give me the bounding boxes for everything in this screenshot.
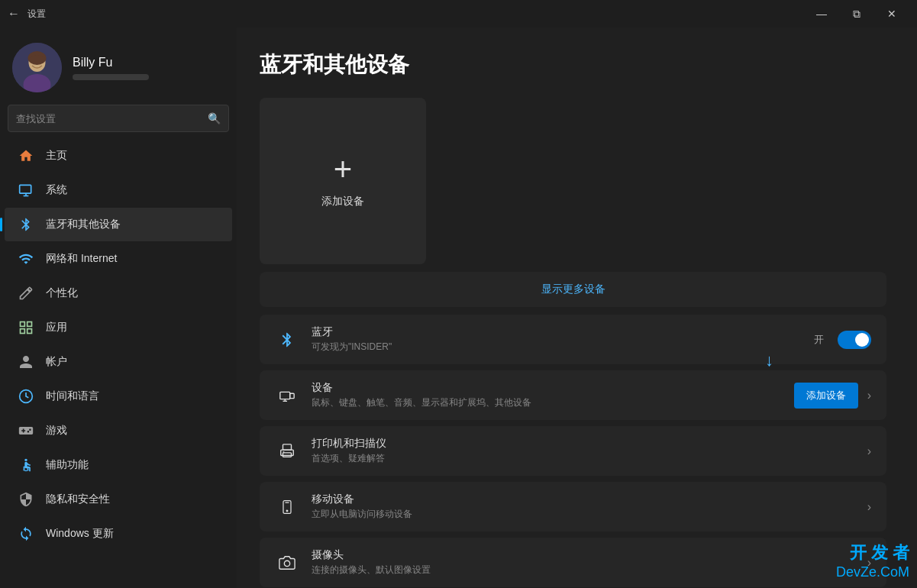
titlebar-title: 设置 (27, 8, 46, 21)
arrow-down-indicator: ↓ (765, 351, 773, 370)
show-more-text: 显示更多设备 (541, 283, 605, 296)
add-device-label: 添加设备 (321, 195, 364, 208)
svg-rect-6 (20, 185, 31, 193)
update-nav-label: Windows 更新 (46, 527, 114, 541)
personalization-nav-icon (17, 284, 35, 302)
sidebar-item-apps[interactable]: 应用 (5, 311, 232, 344)
devices-subtitle: 鼠标、键盘、触笔、音频、显示器和扩展坞、其他设备 (312, 396, 782, 409)
gaming-nav-label: 游戏 (46, 424, 67, 438)
apps-nav-label: 应用 (46, 321, 67, 334)
show-more-row[interactable]: 显示更多设备 (260, 272, 886, 307)
camera-icon (275, 551, 299, 575)
mobile-icon (275, 495, 299, 519)
add-plus-icon: + (334, 153, 353, 186)
printer-icon (275, 439, 299, 464)
add-device-card[interactable]: + 添加设备 (260, 98, 426, 264)
devices-title: 设备 (312, 381, 782, 395)
user-name: Billy Fu (73, 56, 149, 69)
svg-rect-19 (283, 444, 292, 449)
devices-row[interactable]: ↓ 设备 鼠标、键盘、触笔、音频、显示器和扩展坞、其他设备 添加设备 › (260, 370, 886, 420)
mobile-right: › (867, 500, 871, 514)
avatar (12, 43, 62, 92)
printer-chevron: › (867, 444, 871, 458)
printer-text: 打印机和扫描仪 首选项、疑难解答 (312, 437, 855, 465)
home-nav-label: 主页 (46, 149, 67, 163)
page-title: 蓝牙和其他设备 (260, 50, 886, 79)
devices-right: 添加设备 › (794, 383, 871, 409)
sidebar-item-update[interactable]: Windows 更新 (5, 517, 232, 551)
system-nav-label: 系统 (46, 183, 67, 197)
sidebar-item-home[interactable]: 主页 (5, 139, 232, 173)
back-button[interactable]: ← (8, 7, 20, 21)
mobile-title: 移动设备 (312, 493, 855, 506)
sidebar-item-privacy[interactable]: 隐私和安全性 (5, 483, 232, 516)
network-nav-label: 网络和 Internet (46, 252, 117, 266)
sidebar: Billy Fu 🔍 主页系统蓝牙和其他设备网络和 Internet个性化应用帐… (0, 27, 237, 588)
devices-icon (275, 383, 299, 408)
mobile-text: 移动设备 立即从电脑访问移动设备 (312, 493, 855, 521)
privacy-nav-icon (17, 490, 35, 509)
sidebar-item-accounts[interactable]: 帐户 (5, 345, 232, 379)
mobile-subtitle: 立即从电脑访问移动设备 (312, 508, 855, 521)
personalization-nav-label: 个性化 (46, 286, 78, 300)
bluetooth-subtitle: 可发现为"INSIDER" (312, 341, 802, 354)
sidebar-item-bluetooth[interactable]: 蓝牙和其他设备 (5, 208, 232, 241)
accessibility-nav-label: 辅助功能 (46, 458, 89, 472)
time-nav-label: 时间和语言 (46, 389, 99, 403)
sidebar-item-system[interactable]: 系统 (5, 173, 232, 207)
content-area: 蓝牙和其他设备 + 添加设备 显示更多设备 蓝牙 可发现为"INSIDER" 开 (237, 27, 917, 588)
toggle-label: 开 (814, 333, 824, 347)
bluetooth-icon (275, 328, 299, 352)
close-button[interactable]: ✕ (874, 0, 909, 27)
titlebar-left: ← 设置 (8, 7, 46, 21)
printer-row[interactable]: 打印机和扫描仪 首选项、疑难解答 › (260, 426, 886, 476)
home-nav-icon (17, 147, 35, 165)
privacy-nav-label: 隐私和安全性 (46, 493, 110, 506)
mobile-chevron: › (867, 500, 871, 514)
search-icon: 🔍 (208, 112, 221, 124)
gaming-nav-icon (17, 422, 35, 440)
maximize-button[interactable]: ⧉ (839, 0, 874, 27)
search-box[interactable]: 🔍 (8, 105, 229, 132)
bluetooth-nav-icon (17, 215, 35, 234)
main-layout: Billy Fu 🔍 主页系统蓝牙和其他设备网络和 Internet个性化应用帐… (0, 27, 917, 588)
sidebar-item-time[interactable]: 时间和语言 (5, 380, 232, 413)
titlebar: ← 设置 — ⧉ ✕ (0, 0, 917, 27)
bluetooth-toggle[interactable] (838, 331, 871, 349)
accounts-nav-label: 帐户 (46, 355, 67, 369)
sidebar-item-network[interactable]: 网络和 Internet (5, 242, 232, 276)
camera-chevron: › (867, 556, 871, 570)
mobile-row[interactable]: 移动设备 立即从电脑访问移动设备 › (260, 482, 886, 531)
user-subtitle-bar (73, 74, 149, 80)
minimize-button[interactable]: — (804, 0, 839, 27)
svg-point-26 (284, 561, 289, 566)
svg-point-14 (24, 459, 27, 461)
user-section[interactable]: Billy Fu (0, 27, 237, 105)
svg-rect-9 (21, 322, 25, 327)
bluetooth-text: 蓝牙 可发现为"INSIDER" (312, 325, 802, 354)
sidebar-item-gaming[interactable]: 游戏 (5, 414, 232, 447)
nav-list: 主页系统蓝牙和其他设备网络和 Internet个性化应用帐户时间和语言游戏辅助功… (0, 138, 237, 551)
svg-rect-15 (280, 392, 290, 399)
svg-rect-11 (21, 329, 25, 334)
time-nav-icon (17, 387, 35, 405)
printer-right: › (867, 444, 871, 458)
bluetooth-title: 蓝牙 (312, 325, 802, 339)
sidebar-item-personalization[interactable]: 个性化 (5, 276, 232, 310)
svg-point-24 (286, 510, 288, 512)
printer-subtitle: 首选项、疑难解答 (312, 452, 855, 465)
svg-rect-10 (27, 322, 32, 327)
titlebar-controls: — ⧉ ✕ (804, 0, 909, 27)
camera-subtitle: 连接的摄像头、默认图像设置 (312, 564, 855, 577)
sidebar-item-accessibility[interactable]: 辅助功能 (5, 448, 232, 482)
camera-row[interactable]: 摄像头 连接的摄像头、默认图像设置 › (260, 538, 886, 587)
search-input[interactable] (16, 113, 208, 124)
system-nav-icon (17, 181, 35, 199)
accessibility-nav-icon (17, 456, 35, 474)
update-nav-icon (17, 525, 35, 543)
user-info: Billy Fu (73, 56, 149, 80)
add-device-button[interactable]: 添加设备 (794, 383, 858, 409)
bluetooth-row[interactable]: 蓝牙 可发现为"INSIDER" 开 (260, 315, 886, 364)
svg-rect-21 (283, 452, 292, 457)
bluetooth-right: 开 (814, 331, 871, 349)
